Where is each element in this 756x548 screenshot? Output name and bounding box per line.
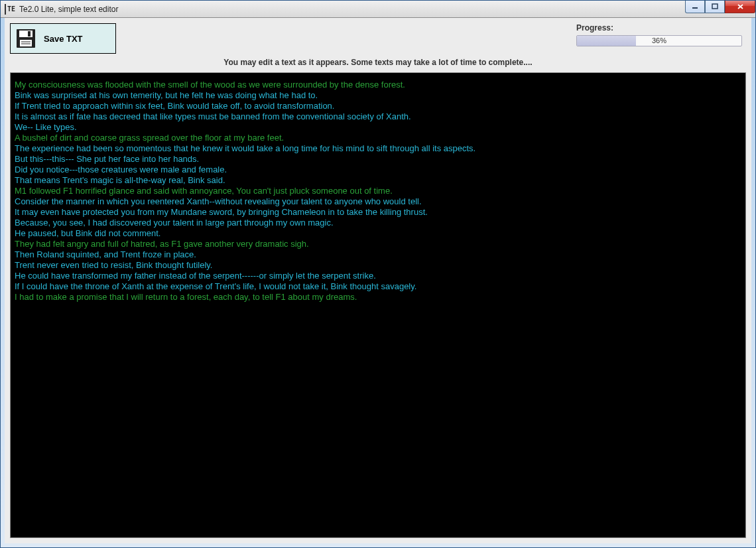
save-button-label: Save TXT <box>44 34 83 44</box>
titlebar[interactable]: TE Te2.0 Lite, simple text editor <box>1 1 755 18</box>
editor-line[interactable]: They had felt angry and full of hatred, … <box>15 239 741 249</box>
save-button[interactable]: Save TXT <box>10 23 116 54</box>
svg-rect-5 <box>20 40 32 46</box>
minimize-button[interactable] <box>685 1 705 13</box>
editor-line[interactable]: If I could have the throne of Xanth at t… <box>15 281 741 292</box>
editor-line[interactable]: My consciousness was flooded with the sm… <box>15 80 741 90</box>
progress-text: 36% <box>577 36 741 44</box>
editor-line[interactable]: Consider the manner in which you reenter… <box>15 196 741 207</box>
progress-block: Progress: 36% <box>576 23 742 46</box>
app-icon: TE <box>5 4 15 15</box>
editor-line[interactable]: Trent never even tried to resist, Bink t… <box>15 260 741 271</box>
client-area: Save TXT Progress: 36% You may edit a te… <box>1 18 755 547</box>
editor-line[interactable]: Bink was surprised at his own temerity, … <box>15 90 741 101</box>
svg-rect-1 <box>712 4 718 9</box>
maximize-button[interactable] <box>705 1 725 13</box>
editor-line[interactable]: Then Roland squinted, and Trent froze in… <box>15 249 741 260</box>
window-title: Te2.0 Lite, simple text editor <box>19 5 118 14</box>
svg-rect-0 <box>692 7 698 9</box>
close-icon <box>737 3 744 10</box>
close-button[interactable] <box>725 1 755 13</box>
editor-line[interactable]: The experience had been so momentous tha… <box>15 143 741 154</box>
editor-line[interactable]: That means Trent's magic is all-the-way … <box>15 175 741 186</box>
progress-label: Progress: <box>576 23 742 33</box>
editor-line[interactable]: M1 followed F1 horrified glance and said… <box>15 186 741 196</box>
editor-line[interactable]: He could have transformed my father inst… <box>15 271 741 281</box>
editor-line[interactable]: I had to make a promise that I will retu… <box>15 292 741 303</box>
window-controls <box>685 1 755 13</box>
floppy-icon <box>16 29 36 48</box>
editor-line[interactable]: Because, you see, I had discovered your … <box>15 218 741 228</box>
progress-bar: 36% <box>576 35 742 46</box>
editor-line[interactable]: If Trent tried to approach within six fe… <box>15 101 741 111</box>
editor-line[interactable]: He paused, but Bink did not comment. <box>15 228 741 239</box>
hint-text: You may edit a text as it appears. Some … <box>10 58 746 67</box>
editor-line[interactable]: It is almost as if fate has decreed that… <box>15 111 741 122</box>
editor-line[interactable]: We-- Like types. <box>15 122 741 133</box>
editor-line[interactable]: But this---this--- She put her face into… <box>15 154 741 165</box>
editor-line[interactable]: It may even have protected you from my M… <box>15 207 741 218</box>
editor-line[interactable]: A bushel of dirt and coarse grass spread… <box>15 133 741 143</box>
app-window: TE Te2.0 Lite, simple text editor <box>0 0 756 548</box>
editor-line[interactable]: Did you notice---those creatures were ma… <box>15 165 741 175</box>
top-row: Save TXT Progress: 36% <box>10 23 746 54</box>
text-editor[interactable]: My consciousness was flooded with the sm… <box>10 72 746 538</box>
minimize-icon <box>692 3 698 10</box>
maximize-icon <box>712 3 718 10</box>
svg-rect-4 <box>28 31 31 36</box>
